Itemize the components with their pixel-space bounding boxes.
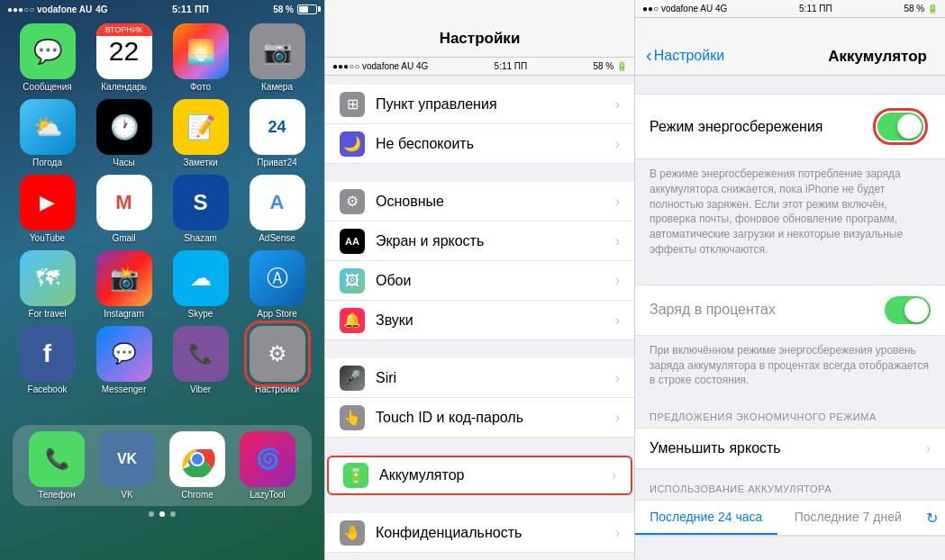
sounds-label: Звуки: [376, 312, 604, 329]
control-center-label: Пункт управления: [376, 96, 604, 113]
vk-icon: VK: [99, 431, 155, 487]
refresh-icon: ↻: [926, 510, 938, 527]
chevron-icon: ›: [615, 525, 620, 541]
page-dot-1: [149, 511, 154, 517]
settings-label: Настройки: [255, 384, 299, 394]
vk-label: VK: [121, 490, 132, 500]
eco-header: ПРЕДЛОЖЕНИЯ ЭКОНОМИЧНОГО РЕЖИМА: [635, 397, 945, 428]
settings-item-wallpaper[interactable]: 🖼 Обои ›: [325, 261, 634, 301]
messenger-icon: 💬: [96, 326, 152, 382]
power-saving-toggle[interactable]: [877, 113, 923, 140]
messages-label: Сообщения: [23, 82, 71, 92]
charge-percent-label: Заряд в процентах: [650, 302, 874, 318]
power-saving-description: В режиме энергосбережения потребление за…: [635, 159, 945, 266]
phone-icon: 📞: [29, 431, 85, 487]
general-icon: ⚙: [340, 189, 365, 214]
app-instagram[interactable]: 📸 Instagram: [89, 250, 159, 319]
app-clock[interactable]: 🕐 Часы: [89, 99, 159, 167]
settings-item-touchid[interactable]: 👆 Touch ID и код-пароль ›: [325, 398, 634, 438]
settings-item-do-not-disturb[interactable]: 🌙 Не беспокоить ›: [325, 124, 634, 164]
settings-item-privacy[interactable]: 🤚 Конфиденциальность ›: [325, 513, 634, 553]
settings-item-battery[interactable]: 🔋 Аккумулятор ›: [327, 456, 632, 495]
app-shazam[interactable]: S Shazam: [166, 175, 235, 243]
power-saving-highlight: [873, 108, 928, 145]
battery-icon: [297, 5, 317, 14]
lazytool-label: LazyTool: [250, 490, 285, 500]
notes-label: Заметки: [183, 158, 217, 167]
clock-icon: 🕐: [96, 99, 152, 155]
app-settings[interactable]: ⚙ Настройки: [242, 326, 312, 394]
app-skype[interactable]: ☁ Skype: [166, 250, 235, 319]
charge-percent-toggle[interactable]: [885, 296, 931, 324]
app-appstore[interactable]: Ⓐ App Store: [242, 250, 312, 319]
calendar-day: 22: [109, 38, 139, 65]
camera-icon: 📷: [250, 23, 305, 79]
facebook-icon: f: [20, 326, 76, 382]
adsense-label: AdSense: [259, 233, 295, 243]
tab-24h[interactable]: Последние 24 часа: [635, 501, 777, 535]
calendar-label: Календарь: [101, 82, 146, 92]
gmail-label: Gmail: [112, 233, 135, 243]
app-vk[interactable]: VK VK: [99, 431, 155, 500]
notes-icon: 📝: [173, 99, 229, 155]
app-gmail[interactable]: M Gmail: [89, 175, 159, 243]
homescreen-panel: ●●●○○ vodafone AU 4G 5:11 ПП 58 % 💬 Сооб…: [0, 0, 324, 560]
instagram-icon: 📸: [96, 250, 152, 306]
app-chrome[interactable]: Chrome: [169, 431, 225, 500]
apps-grid: 💬 Сообщения ВТОРНИК 22 Календарь 🌅 Фото …: [0, 18, 324, 400]
settings-battery: 58 % 🔋: [593, 61, 627, 71]
app-weather[interactable]: ⛅ Погода: [13, 99, 82, 167]
refresh-button[interactable]: ↻: [919, 501, 945, 535]
privat-label: Приват24: [257, 158, 297, 167]
chevron-icon: ›: [615, 370, 620, 386]
app-youtube[interactable]: ▶ YouTube: [13, 175, 82, 243]
settings-gap-top: [325, 76, 634, 85]
battery-tabs-section: Последние 24 часа Последние 7 дней ↻: [635, 500, 945, 537]
settings-item-general[interactable]: ⚙ Основные ›: [325, 182, 634, 221]
app-calendar[interactable]: ВТОРНИК 22 Календарь: [89, 23, 159, 92]
charge-percent-section: Заряд в процентах: [635, 285, 945, 336]
chevron-icon: ›: [615, 312, 620, 329]
settings-item-siri[interactable]: 🎤 Siri ›: [325, 358, 634, 398]
carrier-label: ●●●○○ vodafone AU: [7, 5, 92, 14]
settings-item-control-center[interactable]: ⊞ Пункт управления ›: [325, 85, 634, 124]
weather-label: Погода: [32, 158, 62, 167]
messenger-label: Messenger: [102, 384, 146, 394]
app-viber[interactable]: 📞 Viber: [166, 326, 235, 394]
app-maps[interactable]: 🗺 For travel: [13, 250, 82, 319]
chevron-icon: ›: [612, 467, 616, 483]
adsense-icon: A: [250, 175, 305, 230]
battery-content: Режим энергосбережения В режиме энергосб…: [635, 76, 945, 560]
app-messages[interactable]: 💬 Сообщения: [13, 23, 82, 92]
settings-item-sounds[interactable]: 🔔 Звуки ›: [325, 301, 634, 340]
siri-label: Siri: [376, 370, 604, 386]
youtube-label: YouTube: [30, 233, 65, 243]
gmail-icon: M: [96, 175, 152, 230]
skype-icon: ☁: [173, 250, 229, 306]
app-facebook[interactable]: f Facebook: [13, 326, 82, 394]
brightness-section: Уменьшить яркость ›: [635, 428, 945, 469]
battery-label: Аккумулятор: [379, 467, 601, 483]
photos-label: Фото: [190, 82, 211, 92]
camera-label: Камера: [261, 82, 293, 92]
app-camera[interactable]: 📷 Камера: [242, 23, 312, 92]
app-messenger[interactable]: 💬 Messenger: [89, 326, 159, 394]
power-saving-toggle-wrap: [870, 105, 931, 148]
app-adsense[interactable]: A AdSense: [242, 175, 312, 243]
battery-navbar: ‹ Настройки Аккумулятор: [635, 18, 945, 76]
tab-7d[interactable]: Последние 7 дней: [777, 501, 920, 535]
settings-item-display[interactable]: AA Экран и яркость ›: [325, 221, 634, 261]
app-lazytool[interactable]: 🌀 LazyTool: [240, 431, 295, 500]
app-phone[interactable]: 📞 Телефон: [29, 431, 85, 500]
app-photos[interactable]: 🌅 Фото: [166, 23, 235, 92]
chevron-icon: ›: [615, 273, 620, 289]
brightness-row[interactable]: Уменьшить яркость ›: [635, 429, 945, 468]
settings-icon: ⚙: [250, 326, 305, 382]
app-notes[interactable]: 📝 Заметки: [166, 99, 235, 167]
settings-panel: Настройки ●●●○○ vodafone AU 4G 5:11 ПП 5…: [324, 0, 635, 560]
battery-back-button[interactable]: ‹ Настройки: [646, 45, 724, 66]
clock-label: Часы: [113, 158, 134, 167]
appstore-label: App Store: [257, 309, 296, 319]
messages-icon: 💬: [20, 23, 76, 79]
app-privat[interactable]: 24 Приват24: [242, 99, 312, 167]
